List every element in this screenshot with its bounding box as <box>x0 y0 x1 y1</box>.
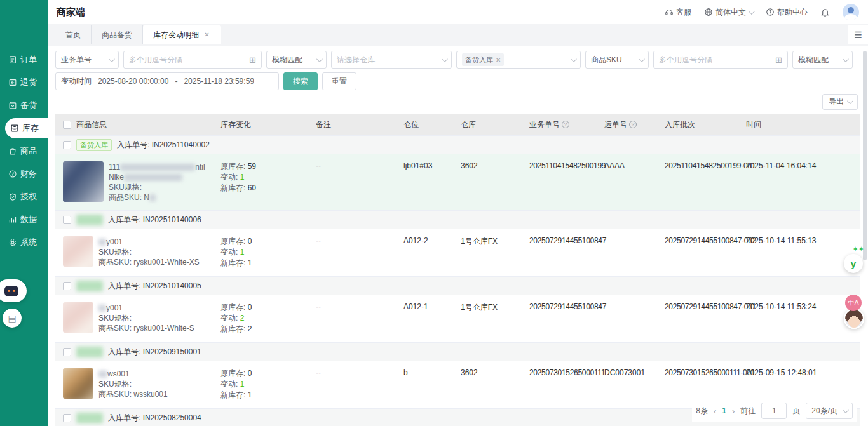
page-input[interactable] <box>761 403 787 419</box>
time-cell: 2025-11-04 16:04:14 <box>746 161 858 170</box>
pagination: 8条 ‹ 1 › 前往 页 20条/页 <box>692 399 857 422</box>
finance-icon <box>8 170 17 178</box>
sidebar-item-4[interactable]: 商品 <box>0 140 48 163</box>
sidebar-item-label: 财务 <box>20 168 37 180</box>
expand-input-icon[interactable]: ⊞ <box>775 55 782 65</box>
biz-no-type-select[interactable]: 业务单号 <box>55 51 119 69</box>
inbound-order-no: IN202510140006 <box>143 215 201 224</box>
biz-type-chip[interactable]: 备货入库✕ <box>462 53 504 66</box>
sidebar-item-5[interactable]: 财务 <box>0 163 48 185</box>
date-from[interactable]: 2025-08-20 00:00:00 <box>98 77 168 86</box>
biz-no-input[interactable]: 多个用逗号分隔⊞ <box>123 51 262 69</box>
goto-label: 前往 <box>740 406 756 416</box>
chip-remove-icon[interactable]: ✕ <box>496 57 501 63</box>
group-checkbox[interactable] <box>63 216 71 224</box>
sidebar-item-8[interactable]: 系统 <box>0 231 48 254</box>
sidebar-item-1[interactable]: 退货 <box>0 71 48 94</box>
slot-cell: A012-2 <box>403 236 461 245</box>
match-mode-select-2[interactable]: 模糊匹配 <box>792 51 853 69</box>
profile-float-avatar[interactable] <box>844 309 864 329</box>
current-page[interactable]: 1 <box>722 406 726 415</box>
sidebar: 订单退货备货库存商品财务授权数据系统 <box>0 0 48 426</box>
table-body: 备货入库 入库单号: IN202511040002 111ntilNikeSKU… <box>55 135 860 426</box>
sidebar-item-2[interactable]: 备货 <box>0 94 48 117</box>
inbound-order-label: 入库单号: IN202508250004 <box>108 413 201 423</box>
page-size-select[interactable]: 20条/页 <box>806 403 853 419</box>
globe-icon <box>704 8 713 17</box>
col-waybill: 运单号? <box>604 119 665 130</box>
batch-cell: 2025072914455100847-002 <box>665 236 746 245</box>
date-range-picker[interactable]: 变动时间 2025-08-20 00:00:00 - 2025-11-18 23… <box>55 72 279 90</box>
group-checkbox[interactable] <box>63 141 71 149</box>
group-tag <box>76 281 103 291</box>
warehouse-cell: 3602 <box>461 368 529 377</box>
sku-type-select[interactable]: 商品SKU <box>585 51 649 69</box>
user-avatar[interactable] <box>843 4 859 20</box>
col-warehouse: 仓库 <box>461 119 529 130</box>
bell-icon[interactable] <box>820 8 830 17</box>
customer-service-button[interactable]: 客服 <box>665 7 691 18</box>
translate-float-button[interactable]: 中A <box>845 295 862 311</box>
sidebar-item-0[interactable]: 订单 <box>0 48 48 71</box>
remark-cell: -- <box>316 161 403 170</box>
group-row[interactable]: 入库单号: IN202510140005 <box>55 276 860 295</box>
expand-input-icon[interactable]: ⊞ <box>249 55 256 65</box>
sidebar-item-label: 商品 <box>20 145 37 157</box>
table-row[interactable]: y001SKU规格:商品SKU: rysku001-White-XS 原库存: … <box>55 229 860 276</box>
group-tag: 备货入库 <box>76 139 112 151</box>
product-lines: 111ntilNikeSKU规格:商品SKU: N <box>109 161 205 203</box>
date-to[interactable]: 2025-11-18 23:59:59 <box>184 77 254 86</box>
table-row[interactable]: y001SKU规格:商品SKU: rysku001-White-S 原库存: 0… <box>55 295 860 342</box>
product-thumb <box>63 236 93 267</box>
tab-menu-button[interactable]: ☰ <box>848 25 868 44</box>
page-unit-label: 页 <box>792 406 800 416</box>
match-mode-select[interactable]: 模糊匹配 <box>266 51 327 69</box>
group-row[interactable]: 入库单号: IN202510140006 <box>55 210 860 229</box>
export-button[interactable]: 导出 <box>822 94 858 110</box>
time-cell: 2025-10-14 11:53:24 <box>746 302 858 311</box>
table-row[interactable]: 111ntilNikeSKU规格:商品SKU: N 原库存: 59 变动: 1 … <box>55 154 860 210</box>
group-row[interactable]: 入库单号: IN202509150001 <box>55 342 860 361</box>
warehouse-select[interactable]: 请选择仓库 <box>331 51 452 69</box>
group-row[interactable]: 备货入库 入库单号: IN202511040002 <box>55 135 860 154</box>
new-stock-value: 60 <box>248 183 256 192</box>
reset-button[interactable]: 重置 <box>322 72 356 90</box>
sidebar-item-6[interactable]: 授权 <box>0 185 48 208</box>
help-icon[interactable]: ? <box>562 121 569 128</box>
sidebar-item-7[interactable]: 数据 <box>0 208 48 231</box>
slot-cell: ljb01#03 <box>403 161 461 170</box>
tab-home[interactable]: 首页 <box>55 25 92 44</box>
extension-y-button[interactable]: y <box>844 254 863 273</box>
stocking-icon <box>8 101 17 110</box>
notes-float-button[interactable]: ▤ <box>3 309 22 328</box>
tab-close-icon[interactable]: ✕ <box>203 31 211 39</box>
col-stock-change: 库存变化 <box>220 119 316 130</box>
group-checkbox[interactable] <box>63 282 71 290</box>
search-button[interactable]: 搜索 <box>283 72 318 90</box>
tab-inventory-change-detail[interactable]: 库存变动明细 ✕ <box>143 25 221 44</box>
inbound-order-label: 入库单号: IN202509150001 <box>108 347 201 357</box>
tab-product-stocking[interactable]: 商品备货 <box>92 25 143 44</box>
orig-stock-value: 59 <box>248 162 256 171</box>
filter-row-1: 业务单号 多个用逗号分隔⊞ 模糊匹配 请选择仓库 备货入库✕ 商品SKU 多个用… <box>55 51 860 69</box>
group-checkbox[interactable] <box>63 348 71 356</box>
prev-page-button[interactable]: ‹ <box>714 406 716 416</box>
help-icon[interactable]: ? <box>629 121 637 128</box>
sku-input[interactable]: 多个用逗号分隔⊞ <box>653 51 788 69</box>
help-center-button[interactable]: 帮助中心 <box>766 7 808 18</box>
sidebar-item-3[interactable]: 库存 <box>5 118 48 138</box>
select-all-checkbox[interactable] <box>63 121 71 129</box>
slot-cell: A012-1 <box>403 302 461 311</box>
inbound-order-no: IN202510140005 <box>143 281 201 290</box>
group-checkbox[interactable] <box>63 414 71 422</box>
next-page-button[interactable]: › <box>732 406 735 416</box>
assistant-robot-button[interactable] <box>0 279 27 302</box>
biz-type-select[interactable]: 备货入库✕ <box>456 51 581 69</box>
waybill-cell: AAAA <box>604 161 665 170</box>
language-label: 简体中文 <box>715 7 746 18</box>
return-icon <box>8 78 17 87</box>
language-switcher[interactable]: 简体中文 <box>704 7 753 18</box>
scrollbar[interactable] <box>863 51 867 260</box>
system-icon <box>8 238 17 247</box>
change-value: 2 <box>240 314 245 323</box>
